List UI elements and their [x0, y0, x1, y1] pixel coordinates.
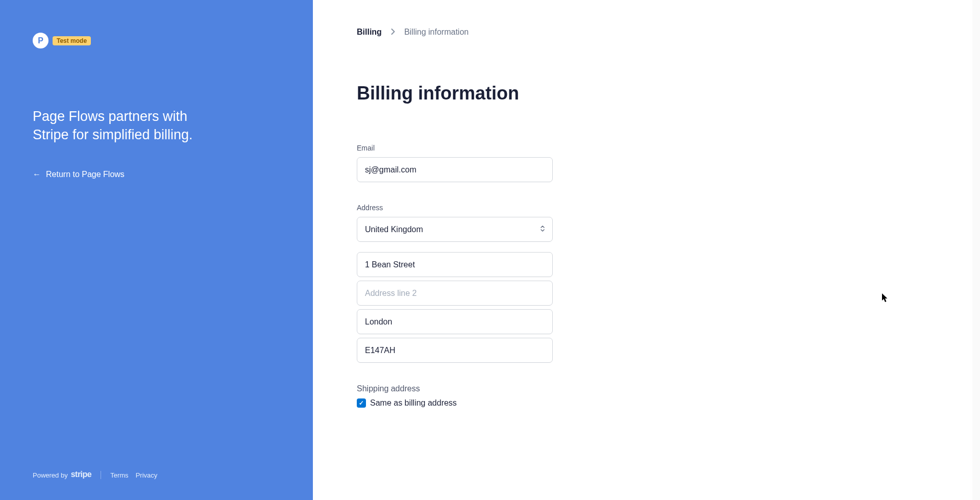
breadcrumb: Billing Billing information: [357, 28, 936, 37]
brand-logo-letter: P: [38, 36, 43, 45]
shipping-address-label: Shipping address: [357, 384, 553, 393]
scrollbar[interactable]: [972, 0, 980, 500]
brand-header: P Test mode: [33, 33, 280, 48]
cursor-icon: [882, 293, 889, 305]
terms-link[interactable]: Terms: [110, 471, 128, 479]
email-field[interactable]: [357, 157, 553, 182]
left-panel: P Test mode Page Flows partners with Str…: [0, 0, 313, 500]
address-line1-field[interactable]: [357, 252, 553, 277]
breadcrumb-parent[interactable]: Billing: [357, 28, 382, 37]
billing-form: Email Address United Kingdom Shippin: [357, 144, 553, 408]
same-as-billing-label: Same as billing address: [370, 398, 457, 408]
test-mode-badge: Test mode: [53, 36, 91, 45]
postal-code-field[interactable]: [357, 338, 553, 363]
check-icon: ✓: [359, 399, 364, 407]
same-as-billing-checkbox[interactable]: ✓: [357, 398, 366, 408]
breadcrumb-current: Billing information: [404, 28, 469, 37]
powered-by-label: Powered by: [33, 471, 68, 479]
return-link[interactable]: ← Return to Page Flows: [33, 170, 280, 179]
country-value: United Kingdom: [365, 225, 423, 234]
headline-text: Page Flows partners with Stripe for simp…: [33, 107, 227, 144]
email-label: Email: [357, 144, 553, 152]
footer-divider: [101, 471, 101, 479]
footer: Powered by stripe Terms Privacy: [33, 470, 157, 480]
address-label: Address: [357, 204, 553, 212]
return-link-label: Return to Page Flows: [46, 170, 125, 179]
chevron-right-icon: [391, 28, 395, 36]
address-line2-field[interactable]: [357, 281, 553, 306]
page-title: Billing information: [357, 83, 936, 104]
arrow-left-icon: ←: [33, 170, 41, 179]
footer-links: Terms Privacy: [110, 471, 157, 479]
city-field[interactable]: [357, 309, 553, 334]
privacy-link[interactable]: Privacy: [136, 471, 158, 479]
powered-by: Powered by stripe: [33, 470, 91, 480]
stripe-wordmark: stripe: [71, 470, 92, 479]
country-select[interactable]: United Kingdom: [357, 217, 553, 242]
right-panel: Billing Billing information Billing info…: [313, 0, 980, 500]
brand-logo: P: [33, 33, 48, 48]
